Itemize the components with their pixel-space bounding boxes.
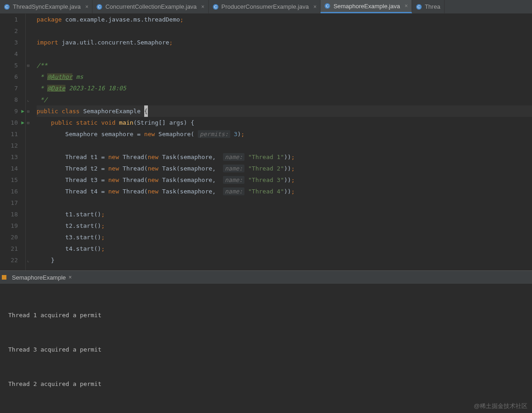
tab-label: ProducerConsumerExample.java: [222, 3, 309, 10]
inline-hint: name:: [223, 165, 244, 172]
fold-icon[interactable]: ⊟: [27, 63, 32, 68]
tab-producerconsumer[interactable]: C ProducerConsumerExample.java ×: [209, 0, 321, 13]
editor: 1 2 3 4 5 6 7 8 9▶ 10▶ 11 12 13 14 15 16…: [0, 14, 532, 270]
line-number: 16: [11, 186, 18, 197]
code-area[interactable]: package com.example.javase.ms.threadDemo…: [33, 14, 532, 270]
inline-hint: permits:: [198, 130, 230, 138]
java-class-icon: C: [416, 4, 422, 10]
line-number: 4: [14, 48, 18, 60]
fold-column: ⊟ ⌞ ⊟ ⊟ ⌞: [26, 14, 33, 270]
tab-semaphore[interactable]: C SemaphoreExample.java ×: [320, 0, 412, 13]
run-tool-window: SemaphoreExample × Thread 1 acquired a p…: [0, 270, 532, 412]
line-number: 1: [14, 14, 18, 25]
console-line: Thread 1 acquired a permit: [8, 309, 524, 321]
inline-hint: name:: [223, 176, 244, 184]
tab-label: ConcurrentCollectionExample.java: [105, 3, 196, 10]
java-class-icon: C: [212, 4, 219, 10]
java-class-icon: C: [324, 3, 331, 9]
line-number: 11: [11, 128, 18, 140]
tab-label: ThreadSyncExample.java: [13, 3, 81, 10]
fold-icon[interactable]: ⊟: [27, 109, 32, 114]
watermark: @稀土掘金技术社区: [474, 402, 527, 410]
fold-end-icon[interactable]: ⌞: [27, 98, 32, 102]
inline-hint: name:: [223, 187, 244, 195]
console-output[interactable]: Thread 1 acquired a permit Thread 3 acqu…: [0, 284, 532, 412]
close-icon[interactable]: ×: [201, 4, 205, 10]
current-line: public class SemaphoreExample {: [37, 105, 532, 117]
tab-partial[interactable]: C Threa: [412, 0, 445, 13]
line-number: 15: [11, 174, 18, 186]
tab-concurrentcollection[interactable]: C ConcurrentCollectionExample.java ×: [92, 0, 208, 13]
java-class-icon: C: [96, 4, 103, 10]
line-number: 2: [14, 25, 18, 37]
line-number: 9▶: [14, 105, 18, 117]
line-number: 3: [14, 37, 18, 48]
line-number: 10▶: [11, 117, 18, 128]
line-number: 19: [11, 220, 18, 231]
close-icon[interactable]: ×: [85, 4, 88, 10]
run-config-icon: [2, 275, 6, 280]
run-tab-bar: SemaphoreExample ×: [0, 271, 532, 284]
line-number: 17: [11, 197, 18, 209]
run-gutter-icon[interactable]: ▶: [21, 105, 24, 117]
line-number: 5: [14, 60, 18, 71]
svg-text:C: C: [214, 5, 217, 9]
tab-label: Threa: [425, 3, 440, 10]
fold-icon[interactable]: ⊟: [27, 121, 32, 125]
editor-tabs: C ThreadSyncExample.java × C ConcurrentC…: [0, 0, 532, 14]
line-number: 21: [11, 243, 18, 254]
fold-end-icon[interactable]: ⌞: [27, 258, 32, 263]
console-line: Thread 3 acquired a permit: [8, 344, 524, 355]
line-number-gutter: 1 2 3 4 5 6 7 8 9▶ 10▶ 11 12 13 14 15 16…: [0, 14, 26, 270]
line-number: 18: [11, 209, 18, 220]
svg-text:C: C: [417, 5, 420, 9]
line-number: 12: [11, 140, 18, 151]
line-number: 7: [14, 83, 18, 94]
run-gutter-icon[interactable]: ▶: [21, 117, 24, 128]
svg-text:C: C: [98, 5, 101, 9]
tab-threadsync[interactable]: C ThreadSyncExample.java ×: [0, 0, 92, 13]
svg-text:C: C: [5, 5, 9, 9]
line-number: 14: [11, 163, 18, 174]
close-icon[interactable]: ×: [405, 3, 408, 9]
java-class-icon: C: [4, 4, 10, 10]
inline-hint: name:: [223, 153, 244, 161]
svg-text:C: C: [326, 4, 329, 8]
line-number: 13: [11, 151, 18, 163]
line-number: 20: [11, 231, 18, 243]
close-icon[interactable]: ×: [69, 274, 72, 281]
line-number: 22: [11, 254, 18, 266]
console-line: Thread 2 acquired a permit: [8, 378, 524, 390]
run-tab-label: SemaphoreExample: [12, 274, 66, 281]
close-icon[interactable]: ×: [313, 4, 316, 10]
tab-label: SemaphoreExample.java: [333, 3, 400, 10]
run-tab[interactable]: SemaphoreExample ×: [9, 274, 75, 281]
line-number: 8: [14, 94, 18, 105]
line-number: 6: [14, 71, 18, 83]
